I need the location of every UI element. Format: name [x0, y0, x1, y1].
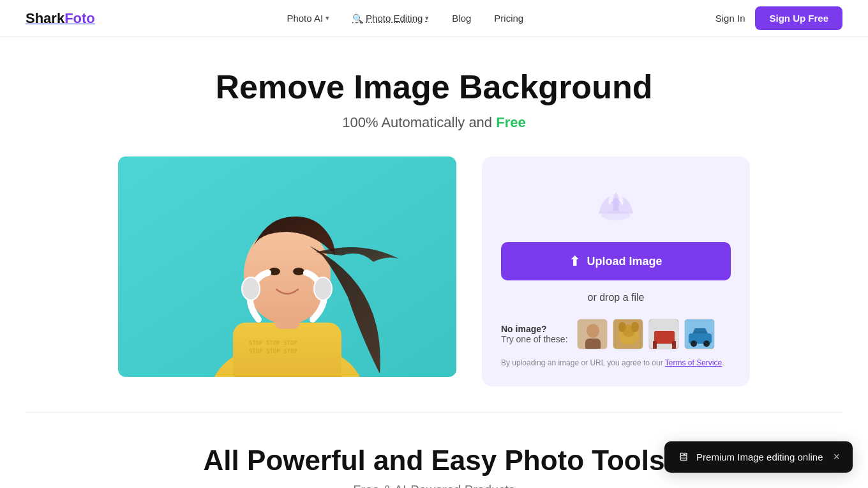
no-image-row: No image? Try one of these:: [501, 319, 731, 349]
nav-photo-editing-label: Photo Editing: [366, 13, 423, 24]
svg-point-14: [587, 324, 599, 338]
upload-arrow-icon: ⬆: [569, 254, 580, 269]
chevron-down-icon-2: ▾: [425, 14, 429, 22]
tos-text: By uploading an image or URL you agree t…: [501, 358, 731, 367]
toast-notification: 🖥 Premium Image editing online ×: [664, 441, 853, 473]
logo-purple: Foto: [64, 10, 95, 26]
svg-rect-23: [653, 341, 657, 349]
nav-right: Sign In Sign Up Free: [715, 6, 842, 30]
nav-blog-label: Blog: [452, 13, 471, 24]
logo[interactable]: SharkFoto: [26, 10, 95, 27]
no-image-label: No image? Try one of these:: [501, 324, 568, 344]
tos-link[interactable]: Terms of Service: [665, 358, 722, 367]
sample-thumb-furniture[interactable]: [648, 319, 679, 349]
sample-thumb-person[interactable]: [577, 319, 608, 349]
nav-item-pricing[interactable]: Pricing: [485, 8, 532, 29]
nav-photo-ai-label: Photo AI: [287, 13, 323, 24]
toast-icon: 🖥: [677, 450, 689, 464]
toast-label: Premium Image editing online: [696, 452, 823, 462]
svg-point-9: [314, 277, 332, 300]
svg-point-12: [602, 211, 631, 220]
upload-image-button[interactable]: ⬆ Upload Image: [501, 242, 731, 280]
svg-point-28: [703, 340, 710, 347]
navbar: SharkFoto Photo AI ▾ 🔍 Photo Editing ▾ B…: [0, 0, 868, 37]
hero-free-text: Free: [496, 114, 525, 130]
svg-point-8: [242, 277, 260, 300]
svg-text:STOP STOP STOP: STOP STOP STOP: [249, 340, 297, 346]
hero-title: Remove Image Background: [26, 69, 842, 105]
hero-section: Remove Image Background 100% Automatical…: [0, 37, 868, 156]
nav-item-photo-editing[interactable]: 🔍 Photo Editing ▾: [343, 8, 438, 29]
toast-close-button[interactable]: ×: [833, 450, 840, 464]
sign-up-button[interactable]: Sign Up Free: [755, 6, 842, 30]
svg-point-7: [293, 268, 304, 275]
sample-thumb-dog[interactable]: [613, 319, 643, 349]
svg-rect-24: [672, 341, 676, 349]
upload-icon-wrap: [593, 182, 639, 231]
sample-thumbs: [577, 319, 715, 349]
svg-point-20: [631, 322, 639, 332]
svg-rect-15: [585, 339, 601, 349]
logo-black: Shark: [26, 10, 64, 26]
tools-subtitle: Free & AI-Powered Products: [26, 483, 842, 488]
sample-thumb-car[interactable]: [684, 319, 715, 349]
nav-pricing-label: Pricing: [494, 13, 523, 24]
main-content: STOP STOP STOP STOP STOP STOP ⬆ Upload I…: [51, 156, 817, 412]
nav-item-blog[interactable]: Blog: [443, 8, 480, 29]
tos-suffix: .: [722, 358, 724, 367]
hero-subtitle: 100% Automatically and Free: [26, 114, 842, 131]
upload-panel: ⬆ Upload Image or drop a file No image? …: [482, 156, 750, 386]
nav-links: Photo AI ▾ 🔍 Photo Editing ▾ Blog Pricin…: [278, 8, 532, 29]
upload-btn-label: Upload Image: [587, 255, 662, 268]
chevron-down-icon: ▾: [326, 14, 329, 22]
upload-shark-icon: [593, 182, 639, 228]
search-icon: 🔍: [352, 13, 363, 24]
no-image-subtitle: Try one of these:: [501, 334, 568, 344]
tos-prefix: By uploading an image or URL you agree t…: [501, 358, 665, 367]
svg-rect-22: [654, 331, 675, 344]
svg-point-27: [691, 340, 697, 347]
sign-in-link[interactable]: Sign In: [715, 13, 745, 24]
drop-text: or drop a file: [588, 292, 645, 303]
no-image-title: No image?: [501, 324, 568, 334]
hero-subtitle-prefix: 100% Automatically and: [342, 114, 496, 130]
hero-photo: STOP STOP STOP STOP STOP STOP: [118, 156, 456, 377]
svg-text:STOP STOP STOP: STOP STOP STOP: [249, 348, 297, 355]
svg-point-19: [618, 322, 626, 332]
nav-item-photo-ai[interactable]: Photo AI ▾: [278, 8, 338, 29]
